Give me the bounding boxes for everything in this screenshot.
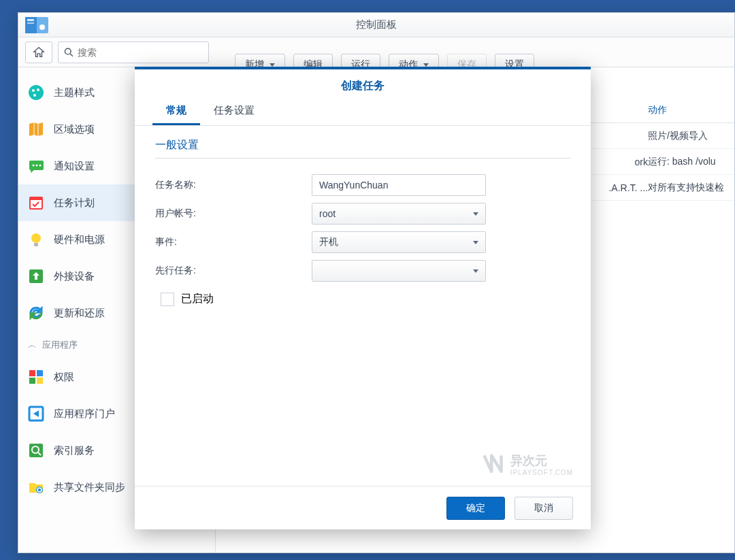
dialog-body: 一般设置 任务名称: 用户帐号: root 事件: 开机 先行任务: 已启动 异… xyxy=(135,126,591,486)
section-general-settings: 一般设置 xyxy=(155,138,570,159)
chevron-up-icon: ︿ xyxy=(28,339,37,351)
sidebar-item-label: 主题样式 xyxy=(54,86,95,99)
svg-rect-23 xyxy=(29,378,35,384)
svg-rect-3 xyxy=(27,22,34,24)
svg-point-10 xyxy=(33,94,36,97)
field-task-name: 任务名称: xyxy=(155,171,570,199)
cancel-button[interactable]: 取消 xyxy=(514,497,573,520)
sidebar-item-label: 外接设备 xyxy=(54,270,95,283)
svg-point-5 xyxy=(65,48,71,54)
sidebar-item-label: 通知设置 xyxy=(54,160,95,173)
portal-icon xyxy=(28,406,44,422)
svg-point-9 xyxy=(37,88,39,91)
pre-task-select[interactable] xyxy=(312,260,486,282)
search-icon xyxy=(64,47,74,58)
create-task-dialog: 创建任务 常规 任务设置 一般设置 任务名称: 用户帐号: root 事件: 开… xyxy=(135,67,591,529)
tab-general[interactable]: 常规 xyxy=(152,97,200,125)
home-button[interactable] xyxy=(25,42,52,63)
field-event: 事件: 开机 xyxy=(155,228,570,257)
palette-icon xyxy=(28,84,44,101)
svg-point-13 xyxy=(33,165,35,167)
user-select[interactable]: root xyxy=(312,203,486,225)
tab-task-settings[interactable]: 任务设置 xyxy=(200,97,268,125)
window-title: 控制面板 xyxy=(356,18,397,31)
column-header-action[interactable]: 动作 xyxy=(648,99,667,116)
sidebar-item-label: 任务计划 xyxy=(54,197,95,210)
sidebar-item-label: 索引服务 xyxy=(54,444,95,457)
svg-point-18 xyxy=(31,233,41,243)
search-input[interactable] xyxy=(78,47,203,58)
sidebar-item-label: 更新和还原 xyxy=(54,307,105,320)
enabled-checkbox[interactable] xyxy=(161,293,174,306)
sidebar-item-label: 区域选项 xyxy=(54,123,95,136)
upload-icon xyxy=(28,268,44,284)
svg-point-4 xyxy=(39,24,45,30)
field-enabled: 已启动 xyxy=(161,292,570,306)
svg-rect-19 xyxy=(34,243,38,246)
dialog-footer: 确定 取消 xyxy=(135,486,591,529)
chat-icon xyxy=(28,158,44,174)
sync-folder-icon xyxy=(28,479,44,495)
search-sq-icon xyxy=(28,442,44,459)
sidebar-item-label: 硬件和电源 xyxy=(54,233,105,246)
dialog-tabs: 常规 任务设置 xyxy=(135,97,591,126)
task-name-input[interactable] xyxy=(312,174,486,196)
calendar-check-icon xyxy=(28,195,44,211)
chevron-down-icon xyxy=(473,212,478,216)
svg-rect-21 xyxy=(29,370,35,376)
chevron-down-icon xyxy=(423,63,429,67)
watermark-logo-icon xyxy=(480,452,505,476)
field-user: 用户帐号: root xyxy=(155,199,570,228)
sidebar-group-label: 应用程序 xyxy=(42,339,78,351)
sidebar-item-label: 应用程序门户 xyxy=(54,408,115,421)
home-icon xyxy=(33,46,45,59)
lock-icon xyxy=(28,369,44,385)
svg-point-15 xyxy=(39,165,42,167)
field-pre-task: 先行任务: xyxy=(155,257,570,285)
svg-rect-22 xyxy=(37,370,43,376)
refresh-icon xyxy=(28,305,44,321)
sidebar-item-label: 共享文件夹同步 xyxy=(54,481,125,494)
svg-rect-2 xyxy=(27,19,34,21)
chevron-down-icon xyxy=(473,269,478,273)
chevron-down-icon xyxy=(473,241,478,244)
titlebar: 控制面板 xyxy=(18,13,734,37)
dialog-title: 创建任务 xyxy=(135,69,591,97)
watermark: 异次元 IPLAYSOFT.COM xyxy=(480,452,573,476)
svg-rect-24 xyxy=(37,378,43,384)
app-icon xyxy=(25,17,48,33)
ok-button[interactable]: 确定 xyxy=(446,497,505,520)
event-select[interactable]: 开机 xyxy=(312,231,486,253)
sidebar-item-label: 权限 xyxy=(54,371,74,384)
svg-point-7 xyxy=(29,85,44,100)
search-box[interactable] xyxy=(58,42,209,63)
svg-line-6 xyxy=(70,54,73,56)
region-icon xyxy=(28,121,44,137)
svg-point-14 xyxy=(36,165,38,167)
bulb-icon xyxy=(28,231,44,248)
svg-point-8 xyxy=(32,89,35,92)
enabled-label: 已启动 xyxy=(181,292,214,306)
chevron-down-icon xyxy=(270,63,275,67)
